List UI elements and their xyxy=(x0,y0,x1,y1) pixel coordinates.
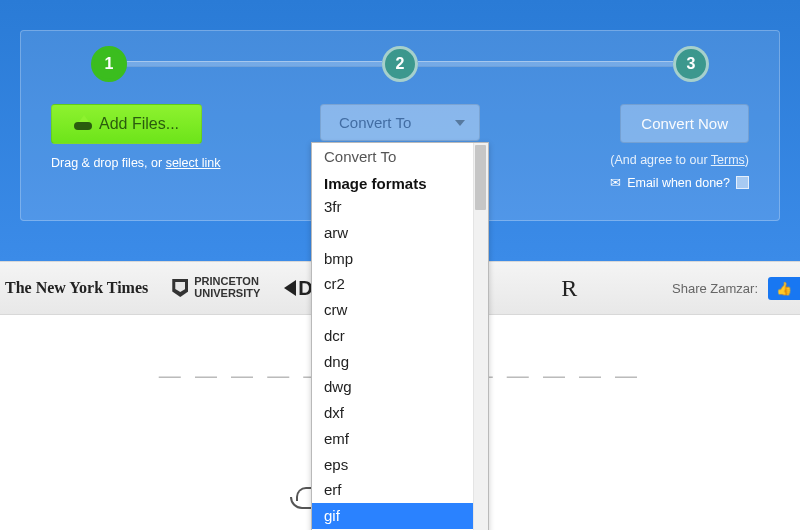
princeton-bottom: UNIVERSITY xyxy=(194,288,260,300)
dropdown-scrollbar[interactable] xyxy=(473,143,488,530)
step-3-circle: 3 xyxy=(673,46,709,82)
drag-drop-hint: Drag & drop files, or select link xyxy=(51,156,221,170)
share-section: Share Zamzar: 👍 xyxy=(672,277,800,300)
nyt-logo: The New York Times xyxy=(5,279,148,297)
dropdown-option-arw[interactable]: arw xyxy=(312,220,488,246)
chevron-down-icon xyxy=(455,120,465,126)
share-label: Share Zamzar: xyxy=(672,281,758,296)
dropdown-scrollbar-thumb[interactable] xyxy=(475,145,486,210)
email-when-done-label: Email when done? xyxy=(627,176,730,190)
actions-row: Add Files... Drag & drop files, or selec… xyxy=(46,104,754,190)
dropdown-option-dcr[interactable]: dcr xyxy=(312,323,488,349)
dropdown-option-erf[interactable]: erf xyxy=(312,477,488,503)
terms-suffix: ) xyxy=(745,153,749,167)
convert-to-column: Convert To Convert To Image formats 3fra… xyxy=(284,104,517,141)
add-files-label: Add Files... xyxy=(99,115,179,133)
convert-now-label: Convert Now xyxy=(641,115,728,132)
r-logo: R xyxy=(561,275,577,302)
convert-now-button[interactable]: Convert Now xyxy=(620,104,749,143)
thumbs-up-icon: 👍 xyxy=(776,281,792,296)
princeton-logo: PRINCETON UNIVERSITY xyxy=(172,276,260,299)
convert-to-dropdown-menu[interactable]: Convert To Image formats 3frarwbmpcr2crw… xyxy=(311,142,489,530)
converter-panel: 1 2 3 Add Files... Drag & drop files, or… xyxy=(20,30,780,221)
step-line xyxy=(127,61,382,67)
dropdown-option-bmp[interactable]: bmp xyxy=(312,246,488,272)
step-2-circle: 2 xyxy=(382,46,418,82)
upload-cloud-icon xyxy=(74,118,92,130)
dropdown-option-gif[interactable]: gif xyxy=(312,503,488,529)
press-logos: The New York Times PRINCETON UNIVERSITY … xyxy=(5,275,577,302)
dropdown-option-emf[interactable]: emf xyxy=(312,426,488,452)
convert-now-column: Convert Now (And agree to our Terms) ✉ E… xyxy=(516,104,754,190)
email-when-done-checkbox[interactable] xyxy=(736,176,749,189)
dropdown-option-3fr[interactable]: 3fr xyxy=(312,194,488,220)
terms-text: (And agree to our Terms) xyxy=(610,153,749,167)
dropdown-title: Convert To xyxy=(312,143,488,169)
step-1-circle: 1 xyxy=(91,46,127,82)
dropdown-option-crw[interactable]: crw xyxy=(312,297,488,323)
dropdown-option-dng[interactable]: dng xyxy=(312,349,488,375)
dropdown-options-list: 3frarwbmpcr2crwdcrdngdwgdxfemfepserfgifh… xyxy=(312,194,488,530)
dropdown-option-cr2[interactable]: cr2 xyxy=(312,271,488,297)
add-files-column: Add Files... Drag & drop files, or selec… xyxy=(46,104,284,170)
dropdown-group-header: Image formats xyxy=(312,169,488,194)
add-files-button[interactable]: Add Files... xyxy=(51,104,202,144)
dashes-left: — — — — — xyxy=(159,363,329,389)
terms-prefix: (And agree to our xyxy=(610,153,711,167)
facebook-like-button[interactable]: 👍 xyxy=(768,277,800,300)
dropdown-option-dxf[interactable]: dxf xyxy=(312,400,488,426)
convert-to-dropdown-button[interactable]: Convert To xyxy=(320,104,480,141)
terms-link[interactable]: Terms xyxy=(711,153,745,167)
mail-icon: ✉ xyxy=(610,175,621,190)
dropdown-option-eps[interactable]: eps xyxy=(312,452,488,478)
dropdown-option-dwg[interactable]: dwg xyxy=(312,374,488,400)
play-triangle-icon xyxy=(284,280,296,296)
convert-to-button-label: Convert To xyxy=(339,114,411,131)
step-line xyxy=(418,61,673,67)
shield-icon xyxy=(172,279,188,297)
hero-section: 1 2 3 Add Files... Drag & drop files, or… xyxy=(0,0,800,261)
hint-text: Drag & drop files, or xyxy=(51,156,166,170)
step-indicator: 1 2 3 xyxy=(91,46,709,82)
email-when-done-row: ✉ Email when done? xyxy=(610,175,749,190)
select-link[interactable]: select link xyxy=(166,156,221,170)
princeton-text: PRINCETON UNIVERSITY xyxy=(194,276,260,299)
